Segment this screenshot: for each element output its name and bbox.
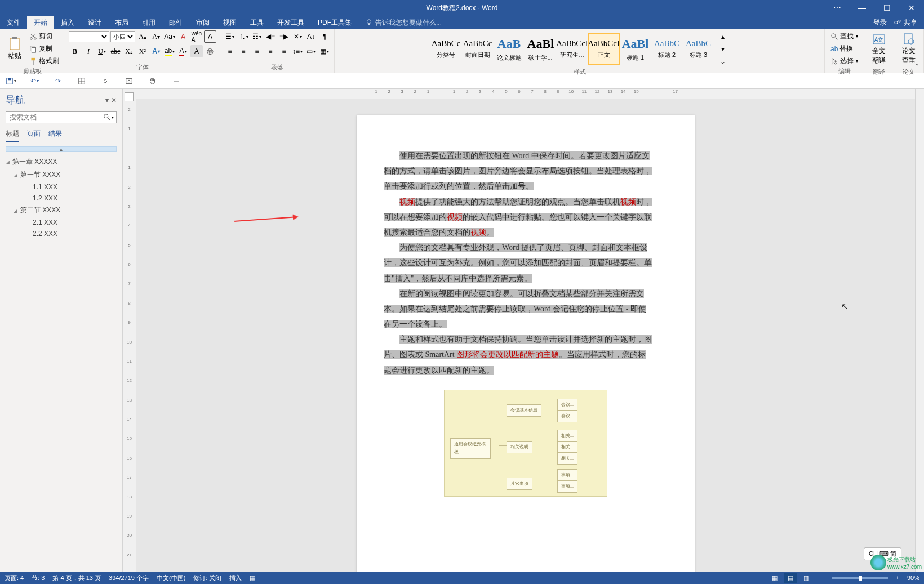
zoom-level[interactable]: 90% — [907, 574, 919, 581]
sort-button[interactable]: A↓ — [305, 30, 317, 43]
tab-selector[interactable]: L — [125, 92, 134, 101]
maximize-button[interactable]: ☐ — [874, 0, 899, 16]
style-item[interactable]: AaBbC标题 3 — [683, 33, 714, 65]
numbering-button[interactable]: ⒈▾ — [237, 30, 250, 43]
nav-tab-headings[interactable]: 标题 — [6, 129, 19, 142]
translate-button[interactable]: A文 全文 翻译 — [868, 30, 890, 68]
nav-tree-node[interactable]: 2.2 XXX — [6, 228, 117, 239]
signin-link[interactable]: 登录 — [873, 18, 887, 28]
justify-button[interactable]: ≡ — [264, 45, 277, 57]
nav-tree-node[interactable]: ◢第二节 XXXX — [6, 204, 117, 217]
status-macro-icon[interactable]: ▦ — [250, 574, 255, 582]
subscript-button[interactable]: X₂ — [123, 45, 135, 57]
tab-home[interactable]: 开始 — [27, 16, 54, 29]
style-item[interactable]: AaBbCcI正文 — [588, 33, 620, 65]
tab-layout[interactable]: 布局 — [108, 16, 135, 29]
nav-tab-pages[interactable]: 页面 — [27, 129, 41, 142]
underline-button[interactable]: U▾ — [96, 45, 108, 57]
nav-close-button[interactable]: ✕ — [111, 96, 117, 104]
shrink-font-button[interactable]: A▾ — [150, 30, 162, 43]
nav-dropdown-button[interactable]: ▾ — [105, 96, 109, 104]
status-word-count[interactable]: 394/2719 个字 — [109, 574, 149, 582]
borders-button[interactable]: ▦▾ — [318, 45, 331, 57]
tab-file[interactable]: 文件 — [0, 16, 27, 29]
asian-layout-button[interactable]: ✕▾ — [291, 30, 304, 43]
redo-button[interactable]: ↷ — [52, 75, 64, 87]
style-item[interactable]: AaBl硕士学... — [525, 33, 557, 65]
change-case-button[interactable]: Aa▾ — [163, 30, 176, 43]
phonetic-guide-button[interactable]: wénA — [190, 30, 203, 43]
increase-indent-button[interactable]: ≡▶ — [278, 30, 290, 43]
tab-review[interactable]: 审阅 — [189, 16, 216, 29]
style-item[interactable]: AaBbCc封面日期 — [462, 33, 494, 65]
shading-button[interactable]: ▭▾ — [305, 45, 317, 57]
nav-tree-node[interactable]: 2.1 XXX — [6, 217, 117, 228]
distribute-button[interactable]: ≡ — [278, 45, 290, 57]
nav-tree-node[interactable]: ◢第一章 XXXXX — [6, 155, 117, 168]
decrease-indent-button[interactable]: ◀≡ — [264, 30, 277, 43]
ribbon-display-options-button[interactable]: ⋯ — [825, 0, 850, 16]
collapse-ribbon-button[interactable]: ⌃ — [914, 63, 919, 70]
font-color-button[interactable]: A▾ — [177, 45, 189, 57]
character-shading-button[interactable]: A — [190, 45, 203, 57]
replace-button[interactable]: ab替换 — [828, 43, 860, 55]
zoom-slider[interactable] — [832, 577, 888, 579]
share-button[interactable]: 共享 — [894, 18, 917, 28]
zoom-in-button[interactable]: + — [891, 573, 904, 583]
grow-font-button[interactable]: A▴ — [136, 30, 149, 43]
tab-mailings[interactable]: 邮件 — [162, 16, 189, 29]
styles-gallery[interactable]: AaBbCc分类号AaBbCc封面日期AaB论文标题AaBl硕士学...AaBb… — [430, 33, 714, 65]
style-item[interactable]: AaBbCc分类号 — [430, 33, 462, 65]
font-name-select[interactable] — [69, 31, 109, 42]
styles-scroll-up-button[interactable]: ▴ — [717, 30, 729, 43]
horizontal-ruler[interactable]: 1232112345678910111213141517 — [136, 89, 915, 99]
character-border-button[interactable]: A — [204, 30, 216, 43]
nav-scroll-up-bar[interactable]: ▲ — [6, 146, 117, 152]
clear-formatting-button[interactable]: A̶ — [177, 30, 189, 43]
show-marks-button[interactable]: ¶ — [318, 30, 331, 43]
view-read-mode-button[interactable]: ▦ — [768, 573, 781, 583]
text-effects-button[interactable]: A▾ — [150, 45, 162, 57]
tab-insert[interactable]: 插入 — [54, 16, 81, 29]
tab-tools[interactable]: 工具 — [243, 16, 270, 29]
document-scroll-area[interactable]: 1232112345678910111213141517 使用在需要位置出现的新… — [136, 89, 915, 572]
select-button[interactable]: 选择▾ — [828, 55, 860, 67]
style-item[interactable]: AaB论文标题 — [494, 33, 525, 65]
status-language[interactable]: 中文(中国) — [157, 574, 185, 582]
enclose-characters-button[interactable]: ㊕ — [204, 45, 216, 57]
superscript-button[interactable]: X² — [136, 45, 149, 57]
strike-button[interactable]: abc — [109, 45, 122, 57]
align-right-button[interactable]: ≡ — [251, 45, 263, 57]
tab-pdf-tools[interactable]: PDF工具集 — [311, 16, 358, 29]
styles-expand-button[interactable]: ⌄ — [717, 55, 729, 68]
multilevel-list-button[interactable]: ☶▾ — [251, 30, 263, 43]
qat-btn-6[interactable] — [123, 75, 135, 87]
tab-developer[interactable]: 开发工具 — [270, 16, 311, 29]
nav-tree-node[interactable]: 1.1 XXX — [6, 181, 117, 193]
nav-tree-node[interactable]: 1.2 XXX — [6, 193, 117, 204]
qat-btn-5[interactable] — [99, 75, 112, 87]
highlight-color-button[interactable]: ab▾ — [163, 45, 176, 57]
styles-scroll-down-button[interactable]: ▾ — [717, 43, 729, 55]
status-section[interactable]: 节: 3 — [32, 574, 45, 582]
format-painter-button[interactable]: 格式刷 — [27, 55, 61, 67]
style-item[interactable]: AaBbCcI研究生... — [557, 33, 588, 65]
align-left-button[interactable]: ≡ — [224, 45, 236, 57]
status-insert-mode[interactable]: 插入 — [229, 574, 242, 582]
nav-tree-node[interactable]: ◢第一节 XXXX — [6, 168, 117, 181]
minimize-button[interactable]: — — [850, 0, 874, 16]
status-page[interactable]: 页面: 4 — [5, 574, 24, 582]
vertical-ruler[interactable]: L 21123456789101112131415161718192021 — [123, 89, 136, 572]
undo-button[interactable]: ↶▾ — [28, 75, 41, 87]
bold-button[interactable]: B — [69, 45, 81, 57]
status-page-of[interactable]: 第 4 页，共 13 页 — [52, 574, 101, 582]
tell-me-search[interactable]: 告诉我您想要做什么... — [365, 16, 442, 29]
italic-button[interactable]: I — [82, 45, 95, 57]
vertical-scrollbar[interactable] — [915, 89, 924, 572]
paste-button[interactable]: 粘贴 — [3, 34, 26, 63]
zoom-out-button[interactable]: − — [816, 573, 828, 583]
style-item[interactable]: AaBbC标题 2 — [651, 33, 683, 65]
nav-search-box[interactable]: ▾ — [6, 111, 117, 123]
qat-btn-4[interactable] — [75, 75, 88, 87]
qat-btn-7[interactable] — [146, 75, 159, 87]
